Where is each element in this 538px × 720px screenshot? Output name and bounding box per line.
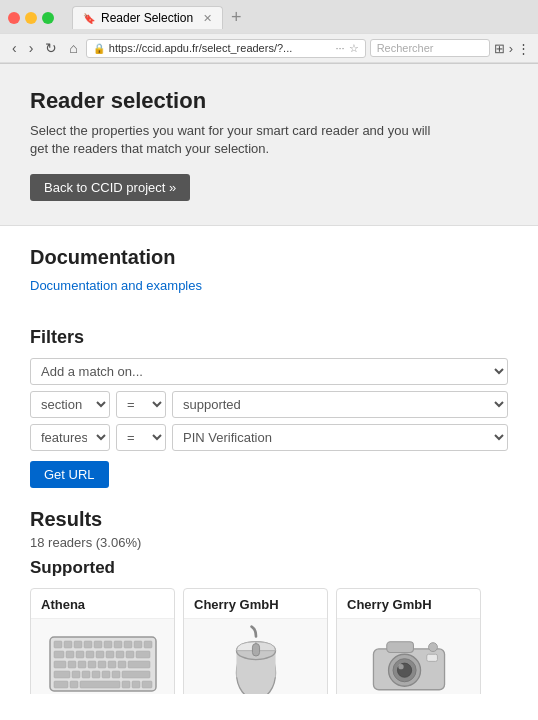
- filter-operator-2[interactable]: =: [116, 424, 166, 451]
- results-section: Results 18 readers (3.06%) Supported Ath…: [30, 508, 508, 694]
- svg-rect-25: [108, 661, 116, 668]
- reader-card-athena[interactable]: Athena: [30, 588, 175, 694]
- svg-rect-8: [124, 641, 132, 648]
- page-title: Reader selection: [30, 88, 508, 114]
- address-text: https://ccid.apdu.fr/select_readers/?...: [109, 42, 332, 54]
- tab-close-button[interactable]: ✕: [203, 12, 212, 25]
- main-content: Documentation Documentation and examples…: [0, 226, 538, 694]
- close-button[interactable]: [8, 12, 20, 24]
- keyboard-icon: [48, 629, 158, 694]
- filter-operator-1[interactable]: =: [116, 391, 166, 418]
- add-match-row: Add a match on...: [30, 358, 508, 385]
- svg-rect-46: [386, 642, 413, 653]
- svg-rect-19: [136, 651, 150, 658]
- tab-label: Reader Selection: [101, 11, 193, 25]
- card-image-cherry-2: [337, 619, 480, 694]
- svg-rect-6: [104, 641, 112, 648]
- svg-rect-30: [82, 671, 90, 678]
- nav-bar: ‹ › ↻ ⌂ 🔒 https://ccid.apdu.fr/select_re…: [0, 33, 538, 63]
- svg-rect-38: [122, 681, 130, 688]
- svg-rect-33: [112, 671, 120, 678]
- svg-rect-35: [54, 681, 68, 688]
- svg-rect-40: [142, 681, 152, 688]
- filters-section: Filters Add a match on... section = supp…: [30, 327, 508, 488]
- svg-rect-15: [96, 651, 104, 658]
- svg-rect-13: [76, 651, 84, 658]
- maximize-button[interactable]: [42, 12, 54, 24]
- minimize-button[interactable]: [25, 12, 37, 24]
- svg-rect-16: [106, 651, 114, 658]
- svg-rect-1: [54, 641, 62, 648]
- toolbar-icons: ⊞ › ⋮: [494, 41, 530, 56]
- address-icons: ··· ☆: [335, 42, 358, 55]
- svg-rect-22: [78, 661, 86, 668]
- svg-rect-5: [94, 641, 102, 648]
- svg-rect-9: [134, 641, 142, 648]
- back-button[interactable]: ‹: [8, 38, 21, 58]
- svg-rect-18: [126, 651, 134, 658]
- svg-rect-39: [132, 681, 140, 688]
- filter-field-2[interactable]: features: [30, 424, 110, 451]
- svg-point-50: [398, 664, 403, 669]
- new-tab-button[interactable]: +: [225, 7, 248, 28]
- title-bar: 🔖 Reader Selection ✕ +: [0, 0, 538, 33]
- hero-section: Reader selection Select the properties y…: [0, 64, 538, 226]
- card-name-cherry-1: Cherry GmbH: [184, 589, 327, 619]
- card-image-cherry-1: [184, 619, 327, 694]
- documentation-title: Documentation: [30, 246, 508, 269]
- page-content: Reader selection Select the properties y…: [0, 64, 538, 694]
- svg-rect-34: [122, 671, 150, 678]
- menu-icon[interactable]: ⋮: [517, 41, 530, 56]
- reader-card-cherry-2[interactable]: Cherry GmbH: [336, 588, 481, 694]
- svg-rect-29: [72, 671, 80, 678]
- documentation-link[interactable]: Documentation and examples: [30, 278, 202, 293]
- svg-rect-32: [102, 671, 110, 678]
- filter-value-2[interactable]: PIN Verification: [172, 424, 508, 451]
- active-tab[interactable]: 🔖 Reader Selection ✕: [72, 6, 223, 29]
- svg-rect-31: [92, 671, 100, 678]
- extensions-icon: ⊞: [494, 41, 505, 56]
- svg-rect-28: [54, 671, 70, 678]
- svg-rect-24: [98, 661, 106, 668]
- home-button[interactable]: ⌂: [65, 38, 81, 58]
- filter-row-2: features = PIN Verification: [30, 424, 508, 451]
- lock-icon: 🔒: [93, 43, 105, 54]
- search-bar[interactable]: Rechercher: [370, 39, 490, 57]
- dots-icon: ···: [335, 42, 344, 55]
- svg-rect-27: [128, 661, 150, 668]
- results-title: Results: [30, 508, 508, 531]
- chevron-right-icon: ›: [509, 41, 513, 56]
- refresh-button[interactable]: ↻: [41, 38, 61, 58]
- forward-button[interactable]: ›: [25, 38, 38, 58]
- svg-rect-21: [68, 661, 76, 668]
- add-match-select[interactable]: Add a match on...: [30, 358, 508, 385]
- card-image-athena: [31, 619, 174, 694]
- svg-rect-14: [86, 651, 94, 658]
- address-bar[interactable]: 🔒 https://ccid.apdu.fr/select_readers/?.…: [86, 39, 366, 58]
- svg-rect-11: [54, 651, 64, 658]
- window-controls: [8, 12, 54, 24]
- hero-description: Select the properties you want for your …: [30, 122, 450, 158]
- cards-grid: Athena: [30, 588, 508, 694]
- get-url-button[interactable]: Get URL: [30, 461, 109, 488]
- svg-rect-2: [64, 641, 72, 648]
- mouse-icon: [221, 624, 291, 694]
- tab-icon: 🔖: [83, 13, 95, 24]
- filter-value-1[interactable]: supported: [172, 391, 508, 418]
- bookmark-icon: ☆: [349, 42, 359, 55]
- card-name-cherry-2: Cherry GmbH: [337, 589, 480, 619]
- filter-row-1: section = supported: [30, 391, 508, 418]
- svg-rect-36: [70, 681, 78, 688]
- card-name-athena: Athena: [31, 589, 174, 619]
- results-count: 18 readers (3.06%): [30, 535, 508, 550]
- svg-rect-26: [118, 661, 126, 668]
- svg-rect-4: [84, 641, 92, 648]
- svg-rect-23: [88, 661, 96, 668]
- svg-rect-12: [66, 651, 74, 658]
- reader-card-cherry-1[interactable]: Cherry GmbH: [183, 588, 328, 694]
- back-to-project-button[interactable]: Back to CCID project »: [30, 174, 190, 201]
- svg-rect-37: [80, 681, 120, 688]
- svg-rect-17: [116, 651, 124, 658]
- filter-field-1[interactable]: section: [30, 391, 110, 418]
- documentation-section: Documentation Documentation and examples: [30, 246, 508, 311]
